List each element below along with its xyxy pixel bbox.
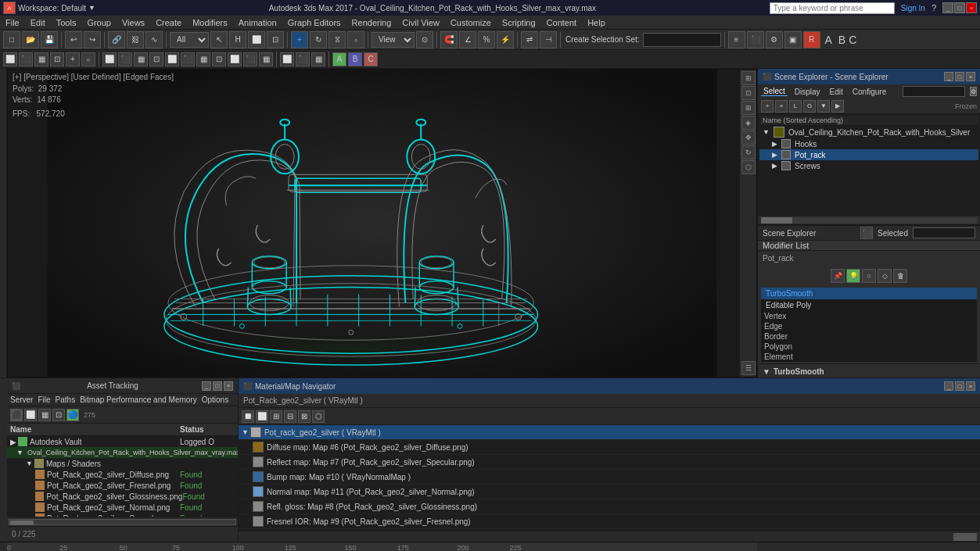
mat-minimize-btn[interactable]: _ <box>944 381 953 391</box>
asset-scrollbar[interactable] <box>7 517 238 526</box>
asset-menu-paths[interactable]: Paths <box>56 395 76 404</box>
search-input[interactable] <box>770 2 895 14</box>
scene-explorer-content[interactable]: Name (Sorted Ascending) ▼ Oval_Ceiling_K… <box>758 114 980 215</box>
new-button[interactable]: □ <box>3 31 20 48</box>
mat-scroll-thumb[interactable] <box>953 533 977 541</box>
save-button[interactable]: 💾 <box>41 31 58 48</box>
sub-btn-12[interactable]: ⬛ <box>181 52 195 66</box>
sub-btn-7[interactable]: ⬜ <box>102 52 117 66</box>
selection-filter[interactable]: All <box>170 32 209 48</box>
layer-manager[interactable]: ≡ <box>728 31 745 48</box>
mat-content[interactable]: ▼ Pot_rack_geo2_silver ( VRayMtl ) Diffu… <box>239 425 980 531</box>
angle-snap[interactable]: ∠ <box>459 31 476 48</box>
se-tab-edit[interactable]: Edit <box>827 88 845 96</box>
se-collapse-btn[interactable]: ▶ <box>831 100 844 113</box>
unlink-button[interactable]: ⛓ <box>127 31 144 48</box>
asset-minimize-btn[interactable]: _ <box>202 381 211 391</box>
sub-btn-1[interactable]: ⬜ <box>3 52 17 66</box>
asset-restore-btn[interactable]: □ <box>213 381 222 391</box>
3d-viewport[interactable]: [+] [Perspective] [User Defined] [Edged … <box>7 69 757 377</box>
material-editor[interactable]: ⬛ <box>747 31 764 48</box>
mat-row-fresnel[interactable]: Fresnel IOR: Map #9 (Pot_Rack_geo2_silve… <box>239 514 980 529</box>
mod-sub-polygon[interactable]: Polygon <box>761 342 977 352</box>
menu-item-graph-editors[interactable]: Graph Editors <box>285 18 343 27</box>
bind-space-warp[interactable]: ∿ <box>145 31 163 48</box>
mod-on-off[interactable]: ○ <box>862 269 876 283</box>
link-button[interactable]: 🔗 <box>108 31 125 48</box>
menu-item-scripting[interactable]: Scripting <box>500 18 538 27</box>
redo-button[interactable]: ↪ <box>84 31 101 48</box>
se-footer-btn1[interactable]: ⬛ <box>860 227 873 239</box>
mat-row-diffuse[interactable]: Diffuse map: Map #6 (Pot_Rack_geo2_silve… <box>239 440 980 455</box>
selection-set-input[interactable] <box>643 33 721 47</box>
open-button[interactable]: 📂 <box>22 31 39 48</box>
maximize-viewport-icon[interactable]: ⊞ <box>741 71 756 85</box>
asset-tb-1[interactable]: ⬛ <box>10 409 23 421</box>
asset-row-glossiness[interactable]: Pot_Rack_geo2_silver_Glossiness.png Foun… <box>7 491 238 502</box>
menu-item-help[interactable]: Help <box>585 18 608 27</box>
asset-menu-file[interactable]: File <box>38 395 50 404</box>
mat-tb-2[interactable]: ⬜ <box>256 410 268 423</box>
mod-sub-edge[interactable]: Edge <box>761 321 977 331</box>
menu-item-tools[interactable]: Tools <box>54 18 79 27</box>
zoom-extents-icon[interactable]: ⊡ <box>741 86 756 100</box>
se-tab-configure[interactable]: Configure <box>850 88 888 96</box>
sub-btn-13[interactable]: ▦ <box>196 52 210 66</box>
window-crossing[interactable]: ⊡ <box>267 31 284 48</box>
mat-row-gloss[interactable]: Refl. gloss: Map #8 (Pot_Rack_geo2_silve… <box>239 499 980 514</box>
select-move[interactable]: + <box>291 31 308 48</box>
modifier-list[interactable]: TurboSmooth Editable Poly Vertex Edge Bo… <box>761 288 977 362</box>
asset-row-fresnel[interactable]: Pot_Rack_geo2_silver_Fresnel.png Found <box>7 480 238 491</box>
rectangular-select[interactable]: ⬜ <box>248 31 265 48</box>
menu-item-content[interactable]: Content <box>544 18 580 27</box>
sub-btn-18[interactable]: ⬜ <box>280 52 294 66</box>
select-by-name[interactable]: H <box>229 31 246 48</box>
mirror-button[interactable]: ⇌ <box>521 31 538 48</box>
sub-btn-10[interactable]: ⊡ <box>149 52 163 66</box>
asset-tb-4[interactable]: ⊡ <box>52 409 65 421</box>
asset-tb-3[interactable]: ▦ <box>38 409 51 421</box>
close-button[interactable]: × <box>966 2 977 13</box>
sub-btn-19[interactable]: ⬛ <box>296 52 310 66</box>
reference-coord[interactable]: View <box>372 32 415 48</box>
timeline-track[interactable]: 0 25 50 75 100 125 150 175 200 225 <box>7 542 757 552</box>
sub-btn-4[interactable]: ⊡ <box>50 52 64 66</box>
se-restore-btn[interactable]: □ <box>955 72 964 81</box>
menu-item-civil-view[interactable]: Civil View <box>400 18 441 27</box>
mod-sub-element[interactable]: Element <box>761 352 977 362</box>
sub-btn-17[interactable]: ▦ <box>259 52 273 66</box>
select-scale[interactable]: ⧖ <box>328 31 346 48</box>
se-item-screws[interactable]: ▶ Screws <box>759 160 978 171</box>
render-frame[interactable]: ▣ <box>784 31 802 48</box>
sub-btn-21[interactable]: A <box>332 52 346 66</box>
select-object[interactable]: ↖ <box>210 31 228 48</box>
mat-close-btn[interactable]: × <box>966 381 975 391</box>
se-close-btn[interactable]: × <box>966 72 975 81</box>
se-local-btn[interactable]: L <box>789 100 802 113</box>
sub-btn-8[interactable]: ⬛ <box>118 52 132 66</box>
mat-scrollbar[interactable] <box>239 531 980 542</box>
asset-scroll-track[interactable] <box>9 519 236 525</box>
sub-btn-15[interactable]: ⬜ <box>228 52 242 66</box>
se-search-input[interactable] <box>903 86 965 97</box>
asset-scroll-thumb[interactable] <box>10 521 34 525</box>
mat-tb-4[interactable]: ⊟ <box>284 410 296 423</box>
asset-row-file[interactable]: ▼ Oval_Ceiling_Kitchen_Pot_Rack_with_Hoo… <box>7 447 238 458</box>
mod-sub-border[interactable]: Border <box>761 331 977 342</box>
mat-tb-5[interactable]: ⊠ <box>298 410 311 423</box>
sub-btn-16[interactable]: ⬛ <box>243 52 257 66</box>
minimize-button[interactable]: _ <box>942 2 953 13</box>
zoom-all-icon[interactable]: ⬡ <box>741 160 756 174</box>
mat-row-normalmap[interactable]: Normal map: Map #11 (Pot_Rack_geo2_silve… <box>239 485 980 499</box>
asset-menu-server[interactable]: Server <box>10 395 33 404</box>
render-setup[interactable]: ⚙ <box>766 31 783 48</box>
asset-row-maps-folder[interactable]: ▼ Maps / Shaders <box>7 458 238 469</box>
place-highlight[interactable]: ⬦ <box>347 31 364 48</box>
se-minimize-btn[interactable]: _ <box>944 72 953 81</box>
mat-row-reflect[interactable]: Reflect map: Map #7 (Pot_Rack_geo2_silve… <box>239 455 980 470</box>
se-item-potrack[interactable]: ▶ Pot_rack <box>759 149 978 160</box>
mod-sub-vertex[interactable]: Vertex <box>761 311 977 321</box>
mod-item-editpoly[interactable]: Editable Poly <box>761 299 977 311</box>
workspace-dropdown-icon[interactable]: ▼ <box>88 4 95 12</box>
undo-button[interactable]: ↩ <box>65 31 82 48</box>
